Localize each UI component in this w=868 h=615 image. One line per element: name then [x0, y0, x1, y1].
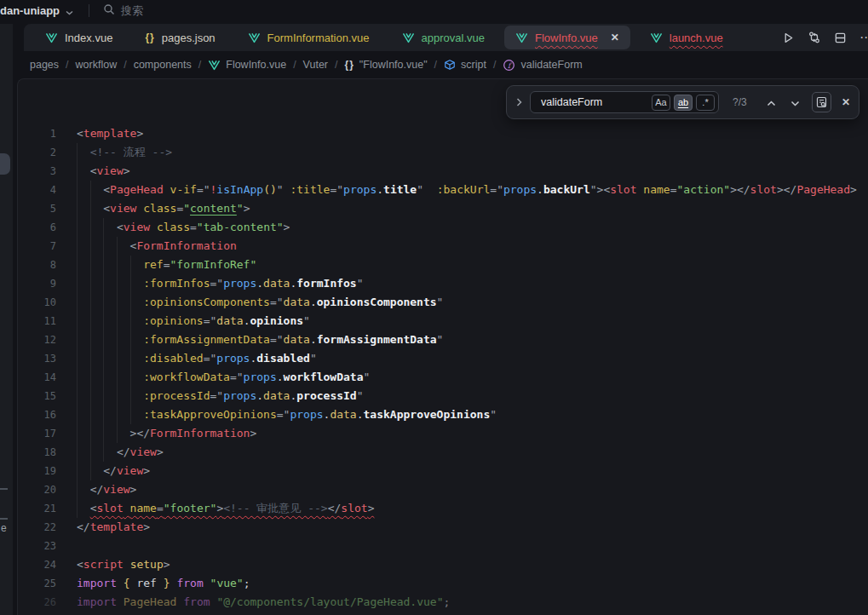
- find-previous-button[interactable]: [767, 95, 776, 110]
- code-line-2[interactable]: 2<!-- 流程 -->: [18, 143, 868, 162]
- code-line-16[interactable]: 16:taskApproveOpinions="props.data.taskA…: [18, 405, 868, 424]
- tab-index-vue[interactable]: Index.vue: [29, 24, 129, 51]
- code-line-12[interactable]: 12:formAssignmentData="data.formAssignme…: [18, 330, 868, 349]
- code-line-5[interactable]: 5<view class="content">: [18, 199, 868, 218]
- token: ;: [444, 595, 451, 608]
- code-line-20[interactable]: 20</view>: [18, 480, 868, 499]
- code-line-18[interactable]: 18</view>: [18, 443, 868, 462]
- search-label: 搜索: [121, 3, 143, 19]
- tab-forminformation-vue[interactable]: FormInformation.vue: [232, 24, 386, 51]
- code-line-7[interactable]: 7<FormInformation: [18, 237, 868, 256]
- breadcrumb-separator: /: [293, 59, 296, 71]
- line-number: 24: [18, 555, 56, 574]
- code-line-10[interactable]: 10:opinionsComponents="data.opinionsComp…: [18, 293, 868, 312]
- breadcrumb-item-flowinfo-vue[interactable]: FlowInfo.vue: [208, 59, 286, 71]
- breadcrumb-item-pages[interactable]: pages: [30, 59, 59, 71]
- code-line-17[interactable]: 17></FormInformation>: [18, 424, 868, 443]
- regex-button[interactable]: .*: [696, 95, 715, 111]
- token: :formAssignmentData: [143, 333, 270, 346]
- split-editor-icon[interactable]: [834, 32, 847, 44]
- indent-guide: [77, 312, 90, 330]
- line-number: 9: [18, 274, 56, 293]
- breadcrumb-item-workflow[interactable]: workflow: [76, 59, 118, 71]
- tab-flowinfo-vue[interactable]: FlowInfo.vue✕: [504, 26, 630, 49]
- tab-launch-vue[interactable]: launch.vue: [634, 24, 739, 51]
- code-line-26[interactable]: 26import PageHead from "@/components/lay…: [18, 593, 868, 612]
- indent-guide: [103, 237, 117, 256]
- expand-replace-icon[interactable]: [516, 95, 522, 110]
- code-line-4[interactable]: 4<PageHead v-if="!isInApp()" :title="pro…: [18, 181, 868, 199]
- run-icon[interactable]: [782, 32, 795, 44]
- code-line-1[interactable]: 1<template>: [18, 124, 868, 143]
- token: ": [437, 333, 444, 346]
- tab-bar: Index.vue{}pages.jsonFormInformation.vue…: [24, 24, 868, 51]
- code-line-25[interactable]: 25import { ref } from "vue";: [18, 574, 868, 593]
- indent-guide: [90, 349, 104, 368]
- code-line-24[interactable]: 24<script setup>: [18, 555, 868, 574]
- git-compare-icon[interactable]: [808, 31, 821, 44]
- breadcrumb-item-validateform[interactable]: fvalidateForm: [503, 59, 582, 72]
- indent-guide: [103, 312, 117, 330]
- more-icon[interactable]: ⋯: [859, 30, 868, 45]
- breadcrumb-separator: /: [124, 59, 126, 71]
- code-line-23[interactable]: 23: [18, 537, 868, 555]
- global-search[interactable]: 搜索: [103, 3, 143, 19]
- code-line-14[interactable]: 14:workflowData="props.workflowData": [18, 368, 868, 387]
- tab-approval-vue[interactable]: approval.vue: [386, 24, 501, 51]
- indent-guide: [90, 405, 104, 424]
- code-area[interactable]: 1<template>2<!-- 流程 -->3<view>4<PageHead…: [18, 124, 868, 612]
- code-line-9[interactable]: 9:formInfos="props.data.formInfos": [18, 274, 868, 293]
- code-line-19[interactable]: 19</view>: [18, 462, 868, 480]
- braces-icon: {}: [145, 32, 154, 43]
- token: .: [256, 389, 263, 402]
- code-line-6[interactable]: 6<view class="tab-content">: [18, 218, 868, 237]
- code-line-15[interactable]: 15:processId="props.data.processId": [18, 387, 868, 405]
- breadcrumb-item-script[interactable]: script: [444, 59, 486, 71]
- token: opinionsComponents: [317, 296, 437, 308]
- token: =: [164, 258, 170, 271]
- breadcrumb-label: "FlowInfo.vue": [359, 59, 428, 71]
- find-close-button[interactable]: ✕: [842, 96, 850, 108]
- code-line-21[interactable]: 21<slot name="footer"><!-- 审批意见 --></slo…: [18, 499, 868, 518]
- token: >: [157, 445, 164, 458]
- token: .: [277, 371, 284, 383]
- token: setup: [130, 558, 164, 571]
- token: =": [210, 389, 223, 402]
- token: view: [117, 464, 143, 477]
- match-case-button[interactable]: Aa: [652, 95, 670, 111]
- indent-guide: [77, 237, 90, 256]
- project-name[interactable]: dan-uniapp: [0, 4, 60, 17]
- indent-guide: [103, 387, 117, 405]
- token: :taskApproveOpinions: [143, 408, 277, 421]
- breadcrumb-item-components[interactable]: components: [134, 59, 192, 71]
- code-line-11[interactable]: 11:opinions="data.opinions": [18, 312, 868, 330]
- editor[interactable]: 1<template>2<!-- 流程 -->3<view>4<PageHead…: [17, 78, 868, 615]
- breadcrumb-item-flowinfo-vue[interactable]: {}"FlowInfo.vue": [345, 59, 428, 71]
- code-line-8[interactable]: 8ref="formInfoRef": [18, 256, 868, 274]
- code-line-13[interactable]: 13:disabled="props.disabled": [18, 349, 868, 368]
- indent-guide: [77, 349, 90, 368]
- indent-guide: [130, 368, 144, 387]
- token: processId: [296, 389, 356, 402]
- indent-guide: [77, 330, 90, 349]
- token: ": [437, 296, 444, 308]
- token: >: [124, 164, 130, 177]
- code-line-3[interactable]: 3<view>: [18, 162, 868, 181]
- sidebar-fragment: [0, 488, 8, 490]
- tab-pages-json[interactable]: {}pages.json: [129, 24, 231, 51]
- whole-word-button[interactable]: ab: [674, 95, 693, 111]
- code-line-22[interactable]: 22</template>: [18, 518, 868, 537]
- find-next-button[interactable]: [790, 95, 800, 110]
- tab-close-icon[interactable]: ✕: [611, 32, 619, 43]
- sidebar-scroll-handle[interactable]: [0, 153, 10, 175]
- token: props: [216, 352, 250, 365]
- search-icon: [103, 3, 115, 18]
- chevron-down-icon[interactable]: [66, 3, 73, 19]
- token: </: [328, 502, 342, 514]
- breadcrumb-item-vuter[interactable]: Vuter: [303, 59, 328, 71]
- find-in-selection-button[interactable]: [812, 92, 831, 112]
- token: .: [377, 183, 383, 196]
- left-rail: e: [0, 24, 13, 615]
- find-input[interactable]: [539, 95, 652, 109]
- indent-guide: [77, 405, 90, 424]
